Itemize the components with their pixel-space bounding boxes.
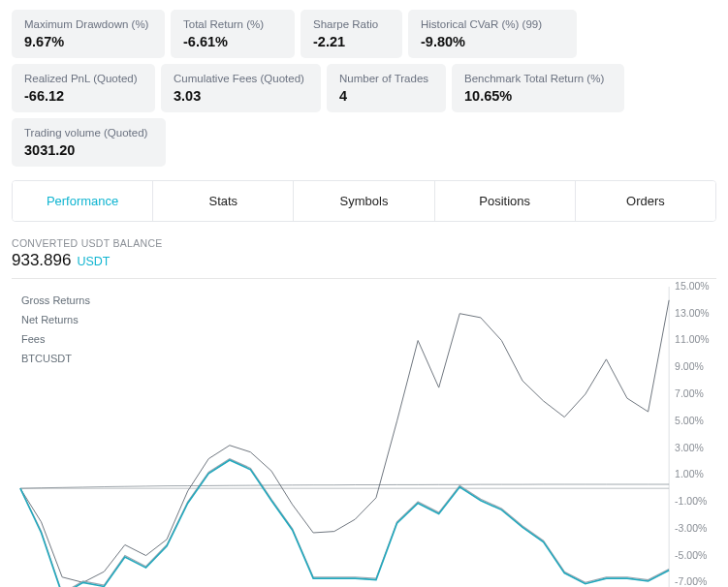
balance-label: CONVERTED USDT BALANCE xyxy=(12,237,716,249)
tab-orders[interactable]: Orders xyxy=(576,181,715,221)
metric-benchmark-return: Benchmark Total Return (%) 10.65% xyxy=(452,64,624,112)
returns-chart: Gross Returns Net Returns Fees BTCUSDT -… xyxy=(12,278,716,587)
metric-value: 3031.20 xyxy=(24,142,153,158)
svg-text:-1.00%: -1.00% xyxy=(675,496,707,507)
tab-stats[interactable]: Stats xyxy=(153,181,294,221)
metric-value: 3.03 xyxy=(174,88,308,104)
svg-text:-3.00%: -3.00% xyxy=(675,523,707,534)
tab-symbols[interactable]: Symbols xyxy=(294,181,434,221)
metric-value: -6.61% xyxy=(183,34,282,49)
svg-text:9.00%: 9.00% xyxy=(675,361,704,372)
balance-section: CONVERTED USDT BALANCE 933.896 USDT xyxy=(0,222,728,278)
metric-sharpe: Sharpe Ratio -2.21 xyxy=(301,10,402,58)
metric-label: Maximum Drawdown (%) xyxy=(24,18,152,30)
svg-text:3.00%: 3.00% xyxy=(675,443,704,453)
metric-label: Trading volume (Quoted) xyxy=(24,127,153,139)
balance-unit: USDT xyxy=(77,255,110,268)
metric-num-trades: Number of Trades 4 xyxy=(327,64,446,112)
chart-legend: Gross Returns Net Returns Fees BTCUSDT xyxy=(21,291,90,368)
legend-btc: BTCUSDT xyxy=(21,349,90,368)
metric-realized-pnl: Realized PnL (Quoted) -66.12 xyxy=(12,64,155,112)
svg-text:15.00%: 15.00% xyxy=(675,281,710,292)
metric-value: 4 xyxy=(339,88,433,104)
balance-value: 933.896 xyxy=(12,251,71,270)
metric-value: -66.12 xyxy=(24,88,142,104)
metric-label: Cumulative Fees (Quoted) xyxy=(174,73,308,84)
svg-text:1.00%: 1.00% xyxy=(675,469,704,479)
metric-total-return: Total Return (%) -6.61% xyxy=(171,10,295,58)
legend-net: Net Returns xyxy=(21,310,90,329)
tab-bar: Performance Stats Symbols Positions Orde… xyxy=(12,180,716,222)
metric-cvar: Historical CVaR (%) (99) -9.80% xyxy=(408,10,577,58)
metric-label: Historical CVaR (%) (99) xyxy=(421,18,564,30)
svg-text:-5.00%: -5.00% xyxy=(675,550,707,561)
metric-value: 9.67% xyxy=(24,34,152,49)
svg-text:-7.00%: -7.00% xyxy=(675,576,707,587)
metric-cum-fees: Cumulative Fees (Quoted) 3.03 xyxy=(161,64,321,112)
legend-gross: Gross Returns xyxy=(21,291,90,310)
metric-max-drawdown: Maximum Drawdown (%) 9.67% xyxy=(12,10,165,58)
svg-text:13.00%: 13.00% xyxy=(675,308,710,319)
metric-label: Benchmark Total Return (%) xyxy=(464,73,612,84)
metric-label: Realized PnL (Quoted) xyxy=(24,73,142,84)
metric-value: -9.80% xyxy=(421,34,564,49)
metrics-panel: Maximum Drawdown (%) 9.67% Total Return … xyxy=(0,0,728,167)
metric-trading-volume: Trading volume (Quoted) 3031.20 xyxy=(12,118,166,167)
svg-text:11.00%: 11.00% xyxy=(675,334,710,345)
legend-fees: Fees xyxy=(21,329,90,349)
svg-text:5.00%: 5.00% xyxy=(675,416,704,426)
tab-positions[interactable]: Positions xyxy=(435,181,576,221)
svg-text:7.00%: 7.00% xyxy=(675,388,704,399)
metric-value: 10.65% xyxy=(464,88,612,104)
metric-label: Number of Trades xyxy=(339,73,433,84)
chart-svg: -9.00%-7.00%-5.00%-3.00%-1.00%1.00%3.00%… xyxy=(12,279,716,587)
metric-value: -2.21 xyxy=(313,34,390,49)
metric-label: Sharpe Ratio xyxy=(313,18,390,30)
tab-performance[interactable]: Performance xyxy=(13,181,153,221)
metric-label: Total Return (%) xyxy=(183,18,282,30)
